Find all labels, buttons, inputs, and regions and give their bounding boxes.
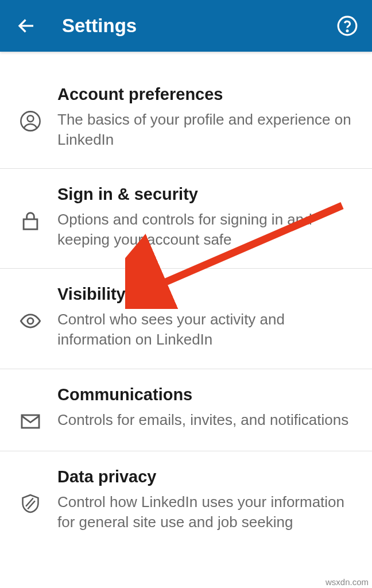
section-sign-in-security[interactable]: Sign in & security Options and controls … bbox=[0, 169, 372, 269]
shield-icon bbox=[10, 467, 51, 514]
section-desc: Controls for emails, invites, and notifi… bbox=[57, 410, 355, 430]
section-account-preferences[interactable]: Account preferences The basics of your p… bbox=[0, 64, 372, 169]
watermark: wsxdn.com bbox=[326, 577, 369, 587]
section-title: Communications bbox=[57, 385, 355, 404]
section-desc: The basics of your profile and experienc… bbox=[57, 110, 355, 150]
section-text: Communications Controls for emails, invi… bbox=[51, 385, 355, 430]
section-text: Visibility Control who sees your activit… bbox=[51, 285, 355, 350]
section-title: Account preferences bbox=[57, 85, 355, 104]
svg-point-4 bbox=[28, 115, 34, 122]
section-text: Account preferences The basics of your p… bbox=[51, 85, 355, 150]
section-title: Visibility bbox=[57, 285, 355, 304]
section-desc: Control who sees your activity and infor… bbox=[57, 310, 355, 350]
svg-point-2 bbox=[347, 30, 348, 32]
person-circle-icon bbox=[10, 85, 51, 132]
svg-rect-5 bbox=[24, 219, 37, 229]
section-data-privacy[interactable]: Data privacy Control how LinkedIn uses y… bbox=[0, 451, 372, 551]
arrow-left-icon bbox=[16, 16, 37, 36]
section-text: Data privacy Control how LinkedIn uses y… bbox=[51, 467, 355, 532]
section-desc: Options and controls for signing in and … bbox=[57, 210, 355, 250]
section-text: Sign in & security Options and controls … bbox=[51, 185, 355, 250]
settings-list: Account preferences The basics of your p… bbox=[0, 64, 372, 551]
svg-point-6 bbox=[28, 318, 33, 324]
section-title: Sign in & security bbox=[57, 185, 355, 204]
help-button[interactable] bbox=[335, 14, 359, 38]
section-visibility[interactable]: Visibility Control who sees your activit… bbox=[0, 269, 372, 369]
eye-icon bbox=[10, 285, 51, 332]
page-title: Settings bbox=[62, 15, 335, 37]
app-header: Settings bbox=[0, 0, 372, 52]
section-title: Data privacy bbox=[57, 467, 355, 486]
back-button[interactable] bbox=[13, 16, 40, 36]
mail-icon bbox=[10, 385, 51, 432]
section-desc: Control how LinkedIn uses your informati… bbox=[57, 492, 355, 532]
section-communications[interactable]: Communications Controls for emails, invi… bbox=[0, 369, 372, 451]
help-circle-icon bbox=[336, 15, 358, 37]
lock-icon bbox=[10, 185, 51, 232]
